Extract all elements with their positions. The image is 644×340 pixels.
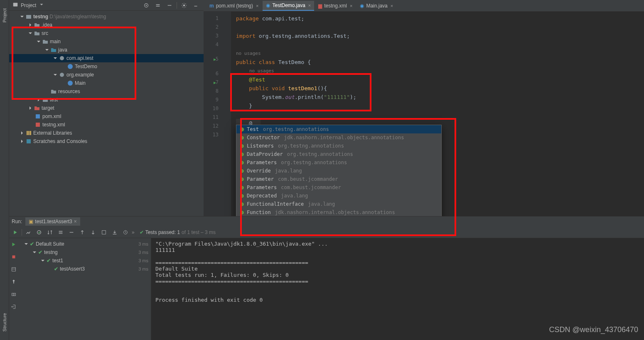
tree-pom[interactable]: pom.xml xyxy=(9,112,204,121)
tree-src[interactable]: src xyxy=(9,29,204,37)
screenshot-icon[interactable] xyxy=(9,290,18,299)
completion-item[interactable]: Deprecatedjava.lang xyxy=(236,192,441,200)
completion-item[interactable]: DataProviderorg.testng.annotations xyxy=(236,150,441,158)
editor-tabs: mpom.xml (testng)× ◉TestDemo.java× ▆test… xyxy=(204,0,644,12)
root-name: testng xyxy=(33,14,48,20)
rerun-icon[interactable] xyxy=(11,228,20,237)
run-label: Run: xyxy=(12,219,22,224)
sort-icon[interactable] xyxy=(45,228,54,237)
run-gutter-icon[interactable]: ▶ xyxy=(214,78,216,87)
svg-point-7 xyxy=(60,73,64,77)
project-tool-header: Project xyxy=(9,0,204,11)
stop-icon[interactable] xyxy=(9,252,18,261)
export-icon[interactable] xyxy=(110,228,119,237)
svg-rect-12 xyxy=(28,131,29,135)
class-icon xyxy=(67,64,73,69)
project-tree[interactable]: testng D:\java\testnglearn\testng .idea … xyxy=(9,11,204,216)
tree-ext-lib[interactable]: External Libraries xyxy=(9,129,204,137)
completion-item[interactable]: Testorg.testng.annotations xyxy=(236,125,441,133)
toggle-1-icon[interactable] xyxy=(24,228,33,237)
toggle-2-icon[interactable] xyxy=(34,228,44,237)
completion-item[interactable]: FunctionalInterfacejava.lang xyxy=(236,200,441,208)
collapse-icon[interactable] xyxy=(67,228,76,237)
close-icon[interactable]: × xyxy=(74,219,77,224)
prev-icon[interactable] xyxy=(78,228,87,237)
test-results-tree[interactable]: ✔Default Suite3 ms ✔testng3 ms ✔test13 m… xyxy=(18,238,151,340)
pin-icon[interactable] xyxy=(9,277,18,286)
structure-tab-vertical[interactable]: Structure xyxy=(2,313,7,332)
gutter[interactable]: 1 2 3 4 5▶ 6 7▶ 8 9 10 11 12 13 xyxy=(204,12,231,216)
run-gutter-icon[interactable]: ▶ xyxy=(214,55,216,64)
tab-main[interactable]: ◉Main.java× xyxy=(356,1,396,11)
close-icon[interactable]: × xyxy=(391,3,393,8)
run-config-tab[interactable]: ▣ test1.testAssert3 × xyxy=(25,217,80,226)
tree-main-cls[interactable]: Main xyxy=(9,79,204,87)
completion-item[interactable]: Functionjdk.nashorn.internal.objects.ann… xyxy=(236,208,441,216)
expand-all-icon[interactable] xyxy=(153,1,162,10)
completion-item[interactable]: Listenersorg.testng.annotations xyxy=(236,142,441,150)
exit-icon[interactable] xyxy=(9,302,18,311)
locate-icon[interactable] xyxy=(142,1,151,10)
run-panel: Run: ▣ test1.testAssert3 × » ✔ Tests pas… xyxy=(9,216,644,340)
completion-item[interactable]: Parametersorg.testng.annotations xyxy=(236,158,441,167)
check-icon: ✔ xyxy=(38,249,42,255)
svg-rect-14 xyxy=(27,139,31,143)
class-icon xyxy=(67,80,73,86)
root-path: D:\java\testnglearn\testng xyxy=(49,14,106,20)
chevron-down-icon[interactable] xyxy=(39,2,44,9)
tree-target[interactable]: target xyxy=(9,104,204,112)
completion-item[interactable]: Parametercom.beust.jcommander xyxy=(236,175,441,183)
svg-rect-4 xyxy=(26,15,31,19)
folder-icon xyxy=(42,97,48,103)
folder-icon xyxy=(34,22,40,28)
tree-pkg-example[interactable]: org.example xyxy=(9,71,204,79)
scratches-icon xyxy=(26,138,32,144)
layout-icon[interactable] xyxy=(9,265,18,274)
svg-point-15 xyxy=(37,230,41,234)
tree-pkg-api[interactable]: com.api.test xyxy=(9,54,204,62)
tree-testngxml[interactable]: testng.xml xyxy=(9,121,204,129)
completion-item[interactable]: Overridejava.lang xyxy=(236,167,441,175)
project-tab-vertical[interactable]: Project xyxy=(2,8,7,22)
tree-testdemo[interactable]: TestDemo xyxy=(9,62,204,71)
tree-resources[interactable]: resources xyxy=(9,87,204,96)
tab-pom[interactable]: mpom.xml (testng)× xyxy=(206,1,262,11)
maven-icon: m xyxy=(209,3,214,9)
annotation-icon xyxy=(240,210,244,215)
completion-popup[interactable]: Testorg.testng.annotationsConstructorjdk… xyxy=(236,125,442,216)
console-output[interactable]: "C:\Program Files\Java\jdk1.8.0_361\bin\… xyxy=(151,238,644,340)
svg-rect-9 xyxy=(36,114,40,118)
tree-java[interactable]: java xyxy=(9,46,204,54)
tree-idea[interactable]: .idea xyxy=(9,21,204,29)
check-icon: ✔ xyxy=(30,241,34,247)
import-icon[interactable] xyxy=(99,228,108,237)
class-icon: ◉ xyxy=(360,3,364,9)
close-icon[interactable]: × xyxy=(350,3,352,8)
close-icon[interactable]: × xyxy=(256,3,258,8)
src-folder-icon xyxy=(51,47,57,53)
rerun-failed-icon[interactable] xyxy=(9,240,18,249)
tree-root[interactable]: testng D:\java\testnglearn\testng xyxy=(9,12,204,21)
annotation-icon xyxy=(240,152,244,157)
tree-scratches[interactable]: Scratches and Consoles xyxy=(9,137,204,145)
tab-testdemo[interactable]: ◉TestDemo.java× xyxy=(263,1,314,11)
completion-item[interactable]: Parameterscom.beust.jcommander xyxy=(236,183,441,192)
history-icon[interactable] xyxy=(121,228,130,237)
minimize-icon[interactable] xyxy=(191,1,200,10)
code-editor[interactable]: package com.api.test; import org.testng.… xyxy=(231,12,644,216)
collapse-all-icon[interactable] xyxy=(165,1,174,10)
annotation-icon xyxy=(240,202,244,207)
gear-icon[interactable] xyxy=(179,1,189,10)
testng-icon: ▣ xyxy=(29,219,33,224)
expand-icon[interactable] xyxy=(56,228,65,237)
next-icon[interactable] xyxy=(88,228,98,237)
run-toolbar: » ✔ Tests passed: 1 of 1 test – 3 ms xyxy=(9,227,644,238)
close-icon[interactable]: × xyxy=(308,3,311,8)
svg-point-6 xyxy=(68,64,73,69)
completion-item[interactable]: Constructorjdk.nashorn.internal.objects.… xyxy=(236,133,441,142)
tab-testngxml[interactable]: ▆testng.xml× xyxy=(315,1,356,11)
tree-test[interactable]: test xyxy=(9,96,204,104)
tree-main[interactable]: main xyxy=(9,37,204,46)
divider xyxy=(177,2,177,9)
usages-hint: no usages xyxy=(236,49,644,58)
